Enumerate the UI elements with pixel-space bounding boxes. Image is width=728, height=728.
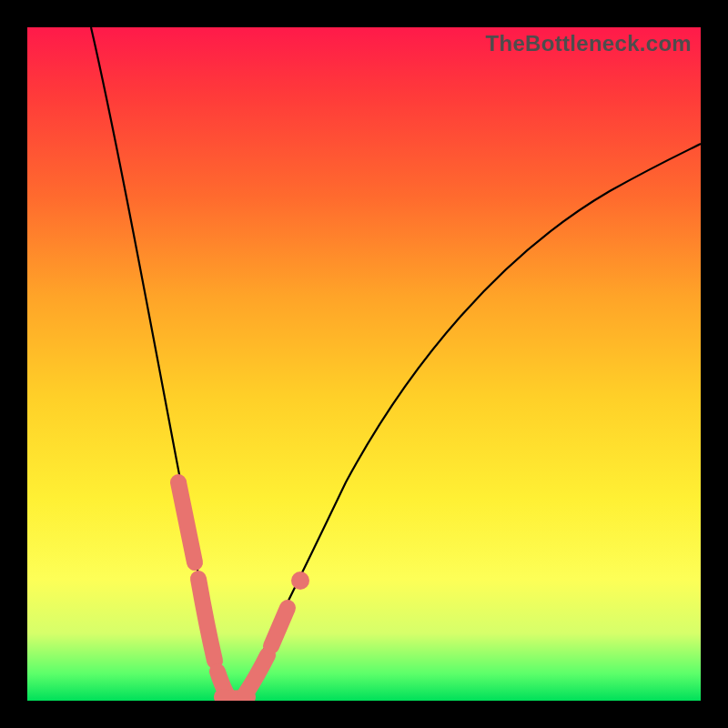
highlight-right-lower: [246, 655, 268, 693]
highlight-right-dot: [291, 571, 309, 590]
right-branch-curve: [238, 144, 701, 699]
highlight-right-mid: [271, 608, 288, 646]
highlight-left-upper: [178, 482, 195, 562]
plot-area: TheBottleneck.com: [27, 27, 701, 701]
curve-layer: [27, 27, 701, 701]
highlight-left-mid: [198, 579, 215, 661]
